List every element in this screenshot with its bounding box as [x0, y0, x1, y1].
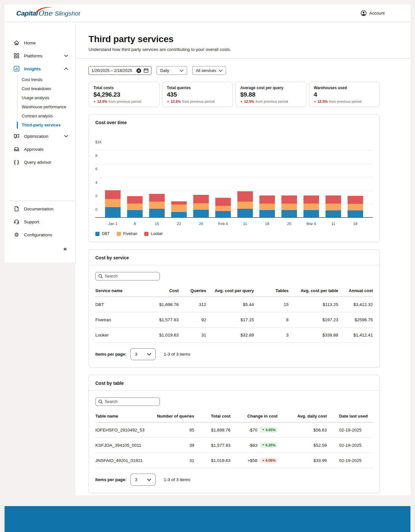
increase-triangle-icon: ▲ — [240, 100, 243, 103]
bar-slot — [190, 150, 212, 218]
legend-swatch — [144, 232, 148, 236]
bar-segment-fivetran — [281, 204, 297, 210]
service-search-input[interactable] — [105, 274, 153, 278]
service-search[interactable] — [95, 272, 160, 280]
stacked-bar — [193, 195, 209, 218]
filter-bar: 1/20/2025 – 2/18/2025 Daily — [89, 66, 380, 75]
bar-segment-looker — [281, 195, 297, 204]
items-per-page-label: Items per page: — [95, 477, 126, 482]
capital-one-slingshot-logo: CapitalOne Slingshot — [16, 9, 80, 17]
bar-segment-fivetran — [193, 203, 209, 210]
stacked-bar — [105, 190, 121, 218]
table-cell: $17.15 — [206, 312, 254, 327]
increase-triangle-icon: ▲ — [262, 459, 265, 462]
bar-segment-dbt — [127, 210, 143, 218]
bar-segment-dbt — [171, 212, 187, 218]
column-header: Date last used — [327, 410, 373, 422]
service-filter-value: All services — [196, 68, 216, 73]
items-per-page-select[interactable]: 3 — [130, 474, 156, 486]
bar-segment-dbt — [326, 210, 341, 218]
stacked-bar — [281, 195, 297, 218]
sidebar-item-documentation[interactable]: Documentation — [5, 202, 75, 215]
kpi-change-percent: 12.5% — [171, 100, 181, 103]
table-cell: JNSFAIO_49201_01921 — [95, 453, 152, 468]
table-search-input[interactable] — [105, 399, 153, 404]
sidebar-item-label: Configurations — [24, 232, 68, 237]
sidebar-item-query-advisor[interactable]: { } Query advisor — [5, 156, 75, 169]
main-content: Third party services Understand how thir… — [76, 22, 410, 495]
table-cell: 31 — [179, 327, 206, 343]
chart-x-tick-label: Jan 1 — [102, 222, 124, 226]
kpi-change-suffix: from previous period — [329, 100, 362, 103]
table-cell: $1,698.76 — [147, 297, 179, 312]
chart-x-tick-label: Mar 4 — [300, 222, 322, 226]
table-cell: 31 — [152, 453, 194, 468]
decrease-triangle-icon: ▼ — [262, 444, 265, 446]
service-filter-select[interactable]: All services — [192, 66, 226, 75]
sidebar-item-home[interactable]: Home — [5, 36, 75, 49]
granularity-value: Daily — [160, 68, 169, 73]
bar-segment-looker — [237, 191, 253, 202]
table-cell: $33.99 — [278, 453, 327, 468]
logo-product-text: Slingshot — [55, 10, 80, 17]
chart-x-tick-label: 18 — [344, 222, 366, 226]
bar-slot — [300, 150, 322, 218]
legend-item-looker: Looker — [144, 231, 163, 236]
sidebar-item-optimization[interactable]: Optimization — [5, 130, 75, 143]
account-button[interactable]: Account — [361, 10, 385, 16]
bar-slot — [168, 150, 190, 218]
bar-slot — [102, 150, 124, 218]
table-cell: 312 — [179, 297, 206, 312]
subnav-warehouse-performance[interactable]: Warehouse performance — [18, 102, 75, 112]
legend-swatch — [95, 232, 100, 236]
subnav-cost-trends[interactable]: Cost trends — [18, 75, 75, 84]
kpi-change-percent: 12.5% — [317, 100, 327, 103]
cost-over-time-card: Cost over time $1K86420 Jan 18152229Feb … — [89, 114, 380, 242]
pagination-range: 1-3 of 3 items — [164, 352, 190, 357]
cost-by-table-body-rows: IOFEHSFO_2910492_5395$1,698.76-$70▼4.65%… — [95, 422, 373, 468]
subnav-third-party-services[interactable]: Third-party services — [18, 121, 75, 130]
kpi-change-suffix: from previous period — [182, 100, 215, 103]
table-cell: $1,698.76 — [194, 422, 231, 438]
items-per-page-select[interactable]: 3 — [130, 348, 156, 360]
chart-x-tick-label: 18 — [256, 222, 278, 226]
column-header: Avg. daily cost — [278, 410, 327, 422]
bar-segment-fivetran — [149, 202, 165, 209]
table-cell: 3 — [254, 327, 289, 343]
table-row: JNSFAIO_49201_0192131$1,019.63+$58▲4.05%… — [95, 453, 373, 468]
table-search[interactable] — [95, 397, 160, 406]
chart-x-tick-label: 22 — [168, 222, 190, 226]
cost-over-time-chart: $1K86420 Jan 18152229Feb 4111825Mar 4111… — [89, 150, 379, 242]
date-range-picker[interactable]: 1/20/2025 – 2/18/2025 — [89, 66, 151, 75]
subnav-usage-analysis[interactable]: Usage analysis — [18, 93, 75, 102]
subnav-cost-breakdown[interactable]: Cost breakdown — [18, 84, 75, 93]
change-amount: -$70 — [249, 428, 257, 432]
subnav-contract-analysis[interactable]: Contract analysis — [18, 112, 75, 121]
table-cell: Fivetran — [95, 312, 147, 327]
sidebar-collapse-row: « — [5, 241, 75, 256]
legend-label: DBT — [102, 231, 110, 236]
collapse-sidebar-icon[interactable]: « — [63, 245, 67, 252]
kpi-value: 4 — [314, 91, 375, 98]
table-cell: 15 — [254, 297, 289, 312]
column-header: Avg. cost per table — [289, 284, 338, 297]
granularity-select[interactable]: Daily — [157, 66, 187, 75]
configurations-gear-icon: ⚙ — [14, 232, 19, 238]
table-cell: $2596.75 — [338, 312, 373, 327]
sidebar-item-platforms[interactable]: Platforms — [5, 49, 75, 62]
clear-date-icon[interactable] — [136, 68, 141, 73]
bar-segment-fivetran — [171, 205, 187, 212]
sidebar-item-approvals[interactable]: Approvals — [5, 143, 75, 156]
subnav-label: Cost breakdown — [22, 87, 51, 91]
stacked-bar — [127, 196, 143, 218]
table-row: IOFEHSFO_2910492_5395$1,698.76-$70▼4.65%… — [95, 422, 373, 438]
sidebar-item-configurations[interactable]: ⚙ Configurations — [5, 228, 75, 241]
change-in-cost-cell: -$70▼4.65% — [231, 427, 278, 432]
calendar-icon[interactable] — [144, 68, 148, 73]
change-amount: +$58 — [247, 458, 257, 463]
sidebar-item-label: Query advisor — [24, 160, 68, 165]
sidebar-item-insights[interactable]: Insights — [5, 62, 75, 75]
items-per-page-value: 3 — [135, 352, 137, 357]
sidebar-item-support[interactable]: Support — [5, 215, 75, 228]
bar-slot — [212, 150, 234, 218]
